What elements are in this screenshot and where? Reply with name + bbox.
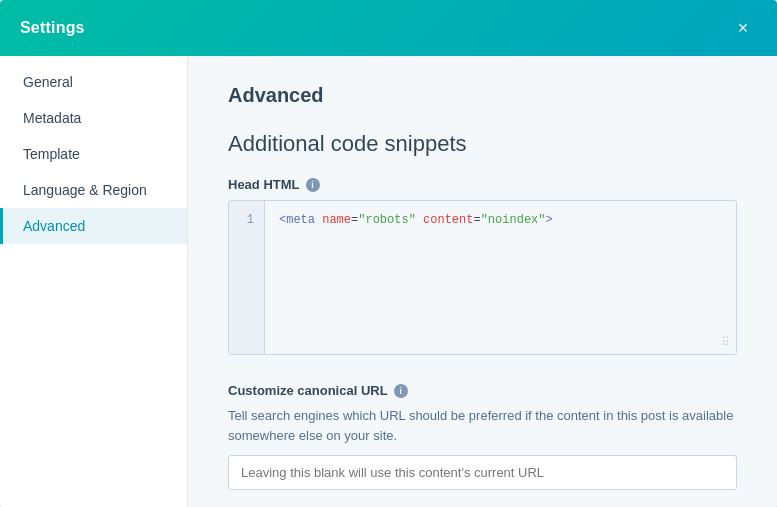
head-html-field: Head HTML i 1 <meta name="robots" conten… — [228, 177, 737, 355]
head-html-label: Head HTML i — [228, 177, 737, 192]
main-content: Advanced Additional code snippets Head H… — [188, 56, 777, 507]
sidebar-item-advanced[interactable]: Advanced — [0, 208, 187, 244]
page-heading: Advanced — [228, 84, 737, 107]
line-numbers: 1 — [229, 201, 265, 354]
canonical-url-section: Customize canonical URL i Tell search en… — [228, 383, 737, 490]
sidebar-item-general[interactable]: General — [0, 64, 187, 100]
canonical-url-input[interactable] — [228, 455, 737, 490]
sidebar-item-template[interactable]: Template — [0, 136, 187, 172]
resize-handle[interactable]: ⠿ — [721, 335, 730, 350]
sidebar: General Metadata Template Language & Reg… — [0, 56, 188, 507]
settings-modal: Settings × General Metadata Template Lan… — [0, 0, 777, 507]
code-content[interactable]: <meta name="robots" content="noindex"> — [265, 201, 736, 354]
code-editor[interactable]: 1 <meta name="robots" content="noindex">… — [228, 200, 737, 355]
modal-header: Settings × — [0, 0, 777, 56]
sidebar-item-language-region[interactable]: Language & Region — [0, 172, 187, 208]
head-html-info-icon[interactable]: i — [306, 178, 320, 192]
modal-body: General Metadata Template Language & Reg… — [0, 56, 777, 507]
close-button[interactable]: × — [729, 14, 757, 42]
modal-title: Settings — [20, 19, 85, 37]
canonical-url-info-icon[interactable]: i — [394, 384, 408, 398]
sidebar-item-metadata[interactable]: Metadata — [0, 100, 187, 136]
canonical-url-description: Tell search engines which URL should be … — [228, 406, 737, 445]
section-title: Additional code snippets — [228, 131, 737, 157]
canonical-url-label: Customize canonical URL i — [228, 383, 737, 398]
